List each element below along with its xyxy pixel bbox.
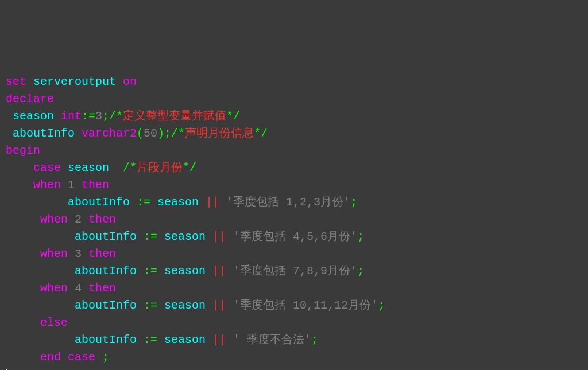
num: 3 xyxy=(95,110,102,123)
id: season xyxy=(157,230,212,243)
kw-then: then xyxy=(88,282,116,295)
kw-end: end xyxy=(6,350,61,364)
op: := xyxy=(144,333,157,346)
cmt: 声明月份信息 xyxy=(185,127,254,140)
str: '季度包括 7,8,9月份' xyxy=(226,264,357,278)
kw-else: else xyxy=(6,316,68,329)
cmt-o: /* xyxy=(171,127,185,140)
id: aboutInfo xyxy=(6,264,144,278)
num: 2 xyxy=(68,213,88,226)
cmt-c: */ xyxy=(226,110,240,123)
op: := xyxy=(82,110,95,123)
semi: ; xyxy=(357,264,364,278)
op: := xyxy=(144,264,157,278)
num: 4 xyxy=(68,282,88,295)
id: aboutInfo xyxy=(6,333,144,346)
op: := xyxy=(144,230,157,243)
semi: ; xyxy=(311,333,318,346)
semi: ; xyxy=(102,350,109,364)
kw-then: then xyxy=(88,247,116,260)
cmt-o: /* xyxy=(123,161,137,174)
paren: ) xyxy=(157,127,164,140)
cmt-o: /* xyxy=(109,110,123,123)
concat: || xyxy=(212,299,226,312)
kw-when: when xyxy=(6,247,68,260)
id: season xyxy=(150,196,206,209)
id: season xyxy=(61,161,123,174)
id: aboutInfo xyxy=(6,127,82,140)
kw-when: when xyxy=(6,282,68,295)
type: varchar2 xyxy=(82,127,137,140)
kw-case: case xyxy=(61,350,102,364)
str: ' 季度不合法' xyxy=(226,333,311,346)
str: '季度包括 1,2,3月份' xyxy=(219,196,350,209)
id: season xyxy=(157,264,212,278)
id: season xyxy=(157,333,212,346)
paren: ( xyxy=(137,127,144,140)
kw-case: case xyxy=(6,161,61,174)
id-serveroutput: serveroutput xyxy=(33,75,116,88)
num: 1 xyxy=(61,178,82,192)
kw-declare: declare xyxy=(6,92,54,106)
semi: ; xyxy=(102,110,109,123)
op: := xyxy=(144,299,157,312)
semi: ; xyxy=(164,127,171,140)
cmt-c: */ xyxy=(254,127,268,140)
id: aboutInfo xyxy=(6,299,144,312)
cmt: 定义整型变量并赋值 xyxy=(123,110,226,123)
str: '季度包括 10,11,12月份' xyxy=(226,299,378,312)
kw-set: set xyxy=(6,75,26,88)
id: season xyxy=(6,110,61,123)
kw-when: when xyxy=(6,213,68,226)
concat: || xyxy=(212,333,226,346)
semi: ; xyxy=(357,230,364,243)
kw-then: then xyxy=(82,178,109,192)
str: '季度包括 4,5,6月份' xyxy=(226,230,357,243)
kw-on: on xyxy=(123,75,137,88)
id: aboutInfo xyxy=(6,196,137,209)
num: 3 xyxy=(68,247,88,260)
concat: || xyxy=(206,196,219,209)
kw-begin: begin xyxy=(6,144,40,157)
cmt-c: */ xyxy=(183,161,196,174)
cmt: 片段月份 xyxy=(137,161,183,174)
id: season xyxy=(157,299,212,312)
num: 50 xyxy=(144,127,157,140)
semi: ; xyxy=(378,299,385,312)
type: int xyxy=(61,110,82,123)
op: := xyxy=(137,196,150,209)
kw-then: then xyxy=(88,213,116,226)
kw-when: when xyxy=(6,178,61,192)
concat: || xyxy=(212,230,226,243)
semi: ; xyxy=(350,196,357,209)
code-editor[interactable]: set serveroutput on declare season int:=… xyxy=(6,73,582,370)
id: aboutInfo xyxy=(6,230,144,243)
concat: || xyxy=(212,264,226,278)
